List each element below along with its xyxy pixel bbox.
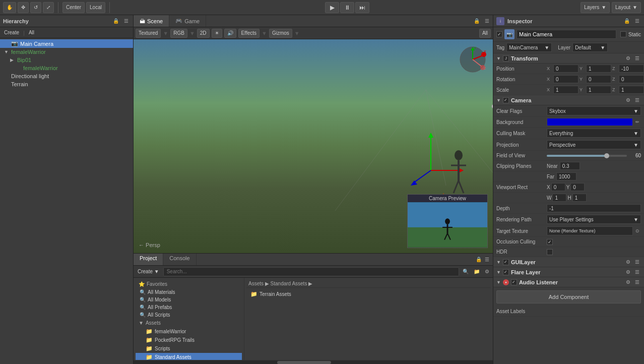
project-folder-btn[interactable]: 📁	[472, 268, 481, 275]
camera-settings-icon[interactable]: ⚙	[624, 97, 632, 103]
guilayer-settings-icon[interactable]: ⚙	[624, 259, 632, 265]
assets-header[interactable]: ▼ Assets	[136, 319, 242, 327]
move-tool-btn[interactable]: ✥	[18, 2, 29, 13]
main-terrain-assets[interactable]: 📁 Terrain Assets	[246, 290, 491, 298]
flare-checkbox[interactable]: ✓	[503, 269, 509, 275]
rendering-path-dropdown[interactable]: Use Player Settings▼	[547, 215, 641, 224]
object-active-checkbox[interactable]: ✓	[496, 31, 502, 37]
fov-slider[interactable]	[547, 153, 627, 158]
vp-x-input[interactable]	[551, 183, 565, 191]
local-btn[interactable]: Local	[86, 2, 105, 13]
hand-tool-btn[interactable]: ✋	[3, 2, 16, 13]
scale-z-input[interactable]	[619, 86, 644, 94]
sidebar-female-warrior[interactable]: 📁 femaleWarrior	[136, 327, 242, 336]
center-btn[interactable]: Center	[62, 2, 85, 13]
tab-console[interactable]: Console	[163, 254, 196, 265]
depth-input[interactable]	[547, 204, 641, 212]
project-lock-btn[interactable]: 🔒	[474, 256, 483, 263]
audio-checkbox[interactable]: ✓	[511, 279, 517, 285]
light-btn[interactable]: ☀	[212, 29, 222, 38]
audio-settings-icon[interactable]: ⚙	[624, 279, 632, 285]
project-gear-btn[interactable]: ⚙	[483, 268, 491, 275]
layer-dropdown[interactable]: Default▼	[572, 43, 608, 52]
fov-thumb[interactable]	[604, 153, 609, 158]
background-color-picker-btn[interactable]: ✏	[634, 119, 641, 125]
tab-game[interactable]: 🎮 Game	[169, 15, 206, 27]
textured-btn[interactable]: Textured	[136, 29, 161, 38]
sidebar-all-materials[interactable]: 🔍 All Materials	[136, 288, 242, 296]
tree-item-terrain[interactable]: Terrain	[0, 80, 133, 88]
pos-y-input[interactable]	[586, 65, 611, 73]
scene-menu-btn[interactable]: ☰	[483, 18, 491, 24]
inspector-lock-btn[interactable]: 🔒	[622, 18, 631, 24]
object-name-input[interactable]	[517, 30, 616, 39]
scene-lock-btn[interactable]: 🔒	[472, 18, 481, 24]
hdr-checkbox[interactable]	[547, 249, 553, 255]
search-icon[interactable]: 🔍	[461, 268, 470, 275]
project-search-input[interactable]	[163, 267, 459, 276]
project-menu-btn[interactable]: ☰	[483, 256, 491, 263]
vp-y-input[interactable]	[570, 183, 585, 191]
tree-item-bip01[interactable]: ▶ Bip01	[0, 56, 133, 64]
sidebar-all-prefabs[interactable]: 🔍 All Prefabs	[136, 304, 242, 311]
sidebar-all-scripts[interactable]: 🔍 All Scripts	[136, 311, 242, 319]
flare-menu-icon[interactable]: ☰	[633, 269, 641, 275]
sidebar-standard-assets[interactable]: 📁 Standard Assets	[136, 353, 242, 360]
sidebar-pocket-rpg[interactable]: 📁 PocketRPG Trails	[136, 336, 242, 344]
rot-z-input[interactable]	[619, 75, 644, 83]
gizmos-btn[interactable]: Gizmos	[269, 29, 292, 38]
add-component-button[interactable]: Add Component	[496, 290, 641, 304]
audio-menu-icon[interactable]: ☰	[633, 279, 641, 285]
project-create-btn[interactable]: Create ▼	[136, 268, 161, 275]
inspector-menu-btn[interactable]: ☰	[633, 18, 641, 24]
guilayer-checkbox[interactable]: ✓	[503, 259, 509, 265]
tree-item-female-warrior[interactable]: ▼ femaleWarrior	[0, 48, 133, 56]
pause-btn[interactable]: ⏸	[340, 2, 354, 13]
static-checkbox[interactable]	[620, 31, 626, 37]
play-btn[interactable]: ▶	[325, 2, 339, 13]
favorites-header[interactable]: ⭐ Favorites	[136, 280, 242, 288]
scale-x-input[interactable]	[553, 86, 578, 94]
rot-x-input[interactable]	[553, 75, 578, 83]
target-texture-dropdown[interactable]: None (Render Texture)	[547, 226, 633, 235]
occlusion-checkbox[interactable]: ✓	[547, 239, 553, 245]
sidebar-scripts[interactable]: 📁 Scripts	[136, 344, 242, 353]
2d-btn[interactable]: 2D	[197, 29, 210, 38]
scale-y-input[interactable]	[586, 86, 611, 94]
sound-btn[interactable]: 🔊	[224, 29, 236, 38]
effects-btn[interactable]: Effects	[238, 29, 260, 38]
guilayer-menu-icon[interactable]: ☰	[633, 259, 641, 265]
tree-item-main-camera[interactable]: 📷 Main Camera	[0, 39, 133, 48]
near-input[interactable]	[560, 162, 580, 170]
pos-z-input[interactable]	[619, 65, 644, 73]
pos-x-input[interactable]	[553, 65, 578, 73]
hierarchy-all-btn[interactable]: All	[27, 29, 36, 36]
tab-project[interactable]: Project	[134, 254, 163, 265]
camera-checkbox[interactable]: ✓	[503, 97, 509, 103]
tag-dropdown[interactable]: MainCamera▼	[506, 43, 552, 52]
bottom-scrollbar[interactable]	[134, 360, 493, 364]
scale-tool-btn[interactable]: ⤢	[43, 2, 54, 13]
hierarchy-lock-btn[interactable]: 🔒	[111, 18, 120, 24]
transform-checkbox[interactable]: J	[503, 55, 509, 62]
layout-dropdown[interactable]: Layout ▼	[612, 2, 641, 13]
flare-settings-icon[interactable]: ⚙	[624, 269, 632, 275]
sidebar-all-models[interactable]: 🔍 All Models	[136, 296, 242, 304]
rgb-btn[interactable]: RGB	[170, 29, 187, 38]
step-btn[interactable]: ⏭	[355, 2, 369, 13]
tab-scene[interactable]: 🏔 Scene	[134, 15, 169, 27]
vp-w-input[interactable]	[552, 194, 566, 202]
tree-item-directional-light[interactable]: Directional light	[0, 72, 133, 80]
rot-y-input[interactable]	[586, 75, 611, 83]
layers-dropdown[interactable]: Layers ▼	[581, 2, 610, 13]
hierarchy-create-btn[interactable]: Create	[2, 29, 21, 36]
projection-dropdown[interactable]: Perspective▼	[547, 140, 641, 149]
rotate-tool-btn[interactable]: ↺	[30, 2, 41, 13]
all-btn[interactable]: All	[479, 29, 491, 38]
culling-mask-dropdown[interactable]: Everything▼	[547, 129, 641, 138]
tree-item-female-warrior-sub[interactable]: femaleWarrior	[0, 64, 133, 72]
scene-view[interactable]: Y X Z ← Persp Camera Preview	[134, 39, 493, 253]
hierarchy-menu-btn[interactable]: ☰	[122, 18, 130, 24]
vp-h-input[interactable]	[572, 194, 587, 202]
transform-settings-icon[interactable]: ⚙	[624, 55, 632, 62]
